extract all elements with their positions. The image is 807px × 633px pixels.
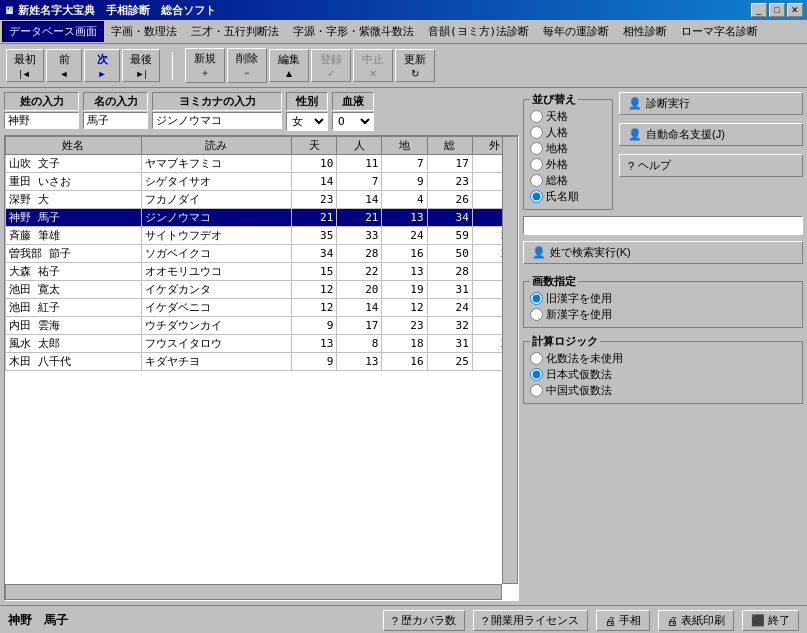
col-chi: 地 <box>382 137 427 155</box>
register-btn[interactable]: 登録✓ <box>311 49 351 82</box>
menu-database[interactable]: データベース画面 <box>2 21 104 42</box>
table-row[interactable]: 内田 雲海ウチダウンカイ917233215 <box>6 317 518 335</box>
tesou-btn[interactable]: 🖨 手相 <box>596 610 650 631</box>
menu-roman[interactable]: ローマ字名診断 <box>674 21 765 42</box>
sort-soukaku-radio[interactable] <box>530 174 543 187</box>
calc-none-radio[interactable] <box>530 352 543 365</box>
col-name: 姓名 <box>6 137 142 155</box>
kana-input[interactable] <box>152 112 282 129</box>
family-name-group: 姓の入力 <box>4 92 79 129</box>
search-input[interactable] <box>523 216 803 235</box>
sort-gaikaku-radio[interactable] <box>530 158 543 171</box>
print-label: 表紙印刷 <box>681 613 725 628</box>
table-row[interactable]: 木田 八千代キダヤチヨ913162512 <box>6 353 518 371</box>
col-jin: 人 <box>337 137 382 155</box>
calc-cn-label: 中国式仮数法 <box>546 383 612 398</box>
window-title: 新姓名字大宝典 手相診断 総合ソフト <box>18 3 216 18</box>
horizontal-scrollbar[interactable] <box>5 584 502 600</box>
table-row[interactable]: 風水 太郎フウスイタロウ138183123 <box>6 335 518 353</box>
tesou-label: 手相 <box>619 613 641 628</box>
last-btn[interactable]: 最後►| <box>122 49 160 82</box>
edit-btn[interactable]: 編集▲ <box>269 49 309 82</box>
table-row[interactable]: 神野 馬子ジンノウマコ2121133413 <box>6 209 518 227</box>
toolbar: 最初 |◄ 前◄ 次► 最後►| 新規＋ 削除－ 編集▲ <box>0 44 807 88</box>
table-row[interactable]: 池田 寛太イケダカンタ1220193111 <box>6 281 518 299</box>
status-bar: 神野 馬子 ? 歴カバラ数 ? 開業用ライセンス 🖨 手相 🖨 表紙印刷 ⬛ 終… <box>0 605 807 633</box>
blood-select[interactable]: O A B AB <box>332 112 374 131</box>
auto-name-icon: 👤 <box>628 128 642 141</box>
kanji-title: 画数指定 <box>530 274 578 289</box>
maximize-btn[interactable]: □ <box>769 3 785 17</box>
menu-source[interactable]: 字源・字形・紫微斗数法 <box>286 21 421 42</box>
blood-label: 血液 <box>332 92 374 111</box>
col-reading: 読み <box>141 137 292 155</box>
status-name: 神野 馬子 <box>8 612 108 629</box>
close-btn[interactable]: ✕ <box>787 3 803 17</box>
exit-btn[interactable]: ⬛ 終了 <box>742 610 799 631</box>
delete-btn[interactable]: 削除－ <box>227 48 267 83</box>
help-btn[interactable]: ? ヘルプ <box>619 154 803 177</box>
title-bar: 🖥 新姓名字大宝典 手相診断 総合ソフト _ □ ✕ <box>0 0 807 20</box>
table-row[interactable]: 大森 祐子オオモリユウコ152213286 <box>6 263 518 281</box>
family-name-input[interactable] <box>4 112 79 129</box>
table-row[interactable]: 山吹 文子ヤマブキフミコ10117176 <box>6 155 518 173</box>
sort-tengaku-radio[interactable] <box>530 110 543 123</box>
menu-phonetic[interactable]: 音韻(ヨミ方)法診断 <box>421 21 536 42</box>
table-row[interactable]: 深野 大フカノダイ231442613 <box>6 191 518 209</box>
sort-jinkaku-radio[interactable] <box>530 126 543 139</box>
menu-bar: データベース画面 字画・数理法 三才・五行判断法 字源・字形・紫微斗数法 音韻(… <box>0 20 807 44</box>
auto-name-label: 自動命名支援(J) <box>646 127 725 142</box>
license-icon: ? <box>482 615 488 627</box>
license-btn[interactable]: ? 開業用ライセンス <box>473 610 588 631</box>
new-btn[interactable]: 新規＋ <box>185 48 225 83</box>
menu-yearly[interactable]: 毎年の運診断 <box>536 21 616 42</box>
edit-buttons: 新規＋ 削除－ 編集▲ 登録✓ 中止✕ 更新↻ <box>185 48 435 83</box>
gender-select[interactable]: 女 男 <box>286 112 328 131</box>
print-btn[interactable]: 🖨 表紙印刷 <box>658 610 734 631</box>
history-btn[interactable]: ? 歴カバラ数 <box>383 610 465 631</box>
table-row[interactable]: 曽我部 節子ソガベイクコ3428165022 <box>6 245 518 263</box>
sort-chikaku-label: 地格 <box>546 141 568 156</box>
data-table-container: 姓名 読み 天 人 地 総 外 山吹 文子ヤマブキフミコ10117176重田 い… <box>4 135 519 601</box>
refresh-btn[interactable]: 更新↻ <box>395 49 435 82</box>
given-name-input[interactable] <box>83 112 148 129</box>
sort-name-item: 氏名順 <box>530 189 606 204</box>
auto-name-btn[interactable]: 👤 自動命名支援(J) <box>619 123 803 146</box>
first-btn[interactable]: 最初 |◄ <box>6 49 44 82</box>
sort-tengaku-item: 天格 <box>530 109 606 124</box>
given-name-group: 名の入力 <box>83 92 148 129</box>
sort-title: 並び替え <box>530 92 578 107</box>
sort-chikaku-radio[interactable] <box>530 142 543 155</box>
sort-name-radio[interactable] <box>530 190 543 203</box>
main-area: 姓の入力 名の入力 ヨミカナの入力 性別 女 男 血液 <box>0 88 807 605</box>
vertical-scrollbar[interactable] <box>502 136 518 584</box>
calc-jp-radio[interactable] <box>530 368 543 381</box>
tesou-icon: 🖨 <box>605 615 616 627</box>
table-row[interactable]: 重田 いさおシゲタイサオ14792316 <box>6 173 518 191</box>
family-name-label: 姓の入力 <box>4 92 79 111</box>
menu-strokes[interactable]: 字画・数理法 <box>104 21 184 42</box>
history-icon: ? <box>392 615 398 627</box>
search-btn[interactable]: 👤 姓で検索実行(K) <box>523 241 803 264</box>
table-row[interactable]: 池田 紅子イケダベニコ1214122410 <box>6 299 518 317</box>
diagnose-btn[interactable]: 👤 診断実行 <box>619 92 803 115</box>
col-ten: 天 <box>292 137 337 155</box>
diagnose-icon: 👤 <box>628 97 642 110</box>
kanji-new-radio[interactable] <box>530 308 543 321</box>
kanji-old-radio[interactable] <box>530 292 543 305</box>
help-icon: ? <box>628 160 634 172</box>
minimize-btn[interactable]: _ <box>751 3 767 17</box>
app-icon: 🖥 <box>4 5 14 16</box>
calc-cn-radio[interactable] <box>530 384 543 397</box>
menu-compatibility[interactable]: 相性診断 <box>616 21 674 42</box>
calc-cn-item: 中国式仮数法 <box>530 383 796 398</box>
next-btn[interactable]: 次► <box>84 49 120 82</box>
menu-sanzai[interactable]: 三才・五行判断法 <box>184 21 286 42</box>
cancel-btn[interactable]: 中止✕ <box>353 49 393 82</box>
kanji-new-item: 新漢字を使用 <box>530 307 796 322</box>
calc-jp-item: 日本式仮数法 <box>530 367 796 382</box>
table-row[interactable]: 斉藤 筆雄サイトウフデオ3533245926 <box>6 227 518 245</box>
history-label: 歴カバラ数 <box>401 613 456 628</box>
prev-btn[interactable]: 前◄ <box>46 49 82 82</box>
gender-group: 性別 女 男 <box>286 92 328 131</box>
